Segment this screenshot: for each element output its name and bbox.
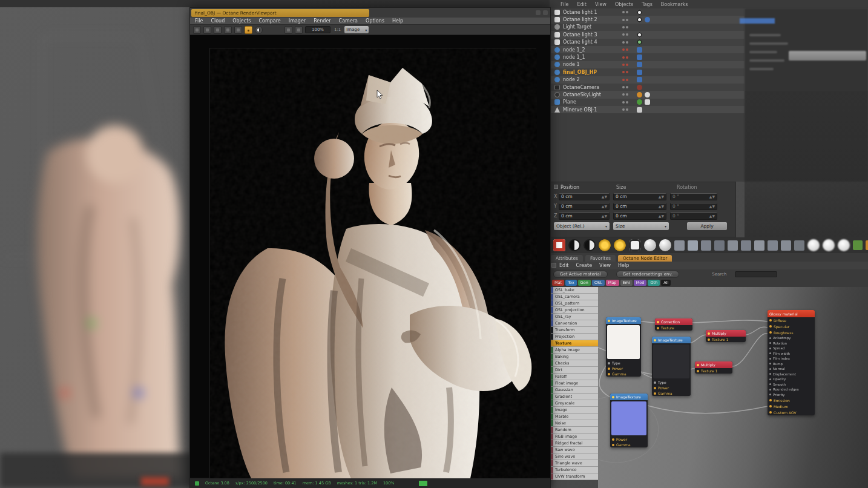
node-type-item[interactable]: Marble — [551, 414, 598, 420]
node-search-input[interactable] — [735, 271, 777, 277]
material-swatch-thumb[interactable] — [794, 240, 804, 251]
om-menu-edit[interactable]: Edit — [577, 2, 587, 7]
editor-visibility-dot[interactable] — [622, 48, 625, 51]
pin-dot[interactable] — [769, 342, 771, 344]
object-row[interactable]: Octane light 2 — [550, 16, 745, 23]
tag-icon[interactable] — [637, 107, 642, 113]
pv-menu-compare[interactable]: Compare — [258, 18, 280, 24]
ne-menu-view[interactable]: View — [599, 263, 611, 268]
position-field[interactable]: 0 cm▲▼ — [559, 193, 610, 200]
coords-checkbox[interactable] — [554, 185, 558, 189]
material-pin[interactable]: Opacity — [768, 377, 815, 382]
node-pin[interactable]: Texture 1 — [695, 368, 732, 374]
graph-node-imagetexture[interactable]: ImageTextureTypePowerGamma — [606, 317, 641, 377]
pin-dot[interactable] — [697, 370, 699, 372]
visibility-dots[interactable] — [622, 26, 632, 28]
node-pin[interactable]: Power — [652, 385, 691, 391]
get-rendersettings-button[interactable]: Get rendersettings env. — [616, 271, 680, 278]
tab-attributes[interactable]: Attributes — [551, 255, 583, 262]
node-type-item[interactable]: Noise — [551, 420, 598, 427]
pin-dot[interactable] — [612, 438, 614, 441]
close-button[interactable] — [543, 10, 548, 15]
filter-chip-emi[interactable]: Emi — [620, 280, 633, 286]
material-swatch-camera[interactable] — [553, 239, 565, 251]
attribute-field[interactable] — [789, 51, 866, 61]
node-pin[interactable]: Gamma — [606, 371, 641, 377]
compare-icon[interactable] — [224, 26, 232, 34]
material-swatch-chip[interactable] — [853, 240, 863, 250]
filter-chip-tex[interactable]: Tex — [565, 280, 577, 286]
visibility-dots[interactable] — [622, 48, 632, 51]
tag-icon[interactable] — [637, 54, 642, 60]
pv-menu-file[interactable]: File — [195, 18, 203, 24]
spinner-arrows-icon[interactable]: ▲▼ — [659, 214, 664, 218]
lock-icon[interactable] — [245, 26, 252, 34]
pin-dot[interactable] — [654, 387, 656, 389]
visibility-dots[interactable] — [622, 19, 632, 21]
size-field[interactable]: 0 cm▲▼ — [613, 193, 666, 200]
object-row[interactable]: Octane light 1 — [550, 8, 745, 16]
filter-chip-mat[interactable]: Mat — [552, 280, 564, 286]
editor-visibility-dot[interactable] — [622, 93, 625, 96]
render-visibility-dot[interactable] — [626, 86, 628, 88]
pv-menu-cloud[interactable]: Cloud — [211, 18, 225, 24]
visibility-dots[interactable] — [622, 64, 632, 66]
pin-dot[interactable] — [769, 358, 771, 360]
material-pin[interactable]: Diffuse — [768, 317, 815, 323]
spinner-arrows-icon[interactable]: ▲▼ — [709, 195, 715, 199]
node-output-dot[interactable] — [654, 339, 656, 341]
pin-dot[interactable] — [608, 368, 610, 370]
node-type-item[interactable]: Turbulence — [551, 467, 598, 473]
spinner-arrows-icon[interactable]: ▲▼ — [709, 205, 715, 208]
filter-chip-all[interactable]: All — [661, 280, 671, 286]
pin-dot[interactable] — [769, 319, 772, 321]
node-type-item[interactable]: Falloff — [551, 374, 598, 380]
node-type-item[interactable]: Checks — [551, 360, 598, 367]
material-swatch-thumb[interactable] — [674, 240, 685, 251]
pin-dot[interactable] — [769, 337, 771, 339]
pin-dot[interactable] — [769, 405, 772, 407]
tag-icon[interactable] — [637, 39, 642, 45]
material-swatch-ballbig[interactable] — [807, 239, 820, 251]
node-type-item[interactable]: Projection — [551, 334, 598, 340]
node-type-item[interactable]: Texture — [551, 340, 598, 347]
object-row[interactable]: final_OBJ_HP — [550, 68, 745, 76]
render-visibility-dot[interactable] — [626, 64, 628, 66]
tag-icon[interactable] — [637, 99, 642, 105]
node-type-item[interactable]: Float image — [551, 380, 598, 387]
material-pin[interactable]: Priority — [768, 392, 815, 398]
material-swatch-ballbig[interactable] — [838, 239, 850, 251]
rotation-field[interactable]: 0 °▲▼ — [670, 213, 717, 220]
node-type-item[interactable]: OSL_pattern — [551, 300, 598, 307]
tag-icon[interactable] — [637, 24, 642, 30]
filter-chip-osl[interactable]: OSL — [592, 280, 605, 286]
attribute-tab[interactable] — [740, 18, 775, 24]
graph-node-multiply[interactable]: MultiplyTexture 1 — [695, 361, 732, 374]
visibility-dots[interactable] — [622, 71, 632, 73]
om-menu-tags[interactable]: Tags — [642, 2, 653, 7]
material-pin[interactable]: Anisotropy — [768, 335, 815, 341]
spinner-arrows-icon[interactable]: ▲▼ — [602, 214, 607, 218]
node-type-item[interactable]: Image — [551, 407, 598, 414]
node-type-item[interactable]: Gradient — [551, 394, 598, 400]
pin-dot[interactable] — [769, 373, 771, 375]
node-graph-canvas[interactable]: ImageTextureTypePowerGammaCorrectionText… — [598, 287, 868, 488]
pin-dot[interactable] — [654, 381, 656, 384]
object-row[interactable]: node 1_1 — [550, 53, 745, 61]
tag-icon[interactable] — [637, 62, 642, 67]
pin-dot[interactable] — [769, 325, 772, 328]
material-pin[interactable]: Film index — [768, 356, 815, 361]
material-swatch-sphere-bw[interactable] — [568, 239, 580, 251]
coords-size-dropdown[interactable]: Size▾ — [613, 222, 669, 230]
om-menu-file[interactable]: File — [561, 2, 568, 7]
spinner-arrows-icon[interactable]: ▲▼ — [659, 205, 664, 208]
node-type-item[interactable]: OSL_bake — [551, 287, 598, 294]
pin-dot[interactable] — [612, 444, 614, 446]
node-pin[interactable]: Texture — [655, 325, 692, 331]
material-pin[interactable]: Normal — [768, 366, 815, 372]
coords-mode-dropdown[interactable]: Object (Rel.)▾ — [554, 222, 610, 230]
editor-visibility-dot[interactable] — [622, 79, 625, 81]
object-row[interactable]: node 2 — [550, 76, 745, 84]
pin-dot[interactable] — [769, 394, 771, 395]
editor-visibility-dot[interactable] — [622, 56, 625, 59]
